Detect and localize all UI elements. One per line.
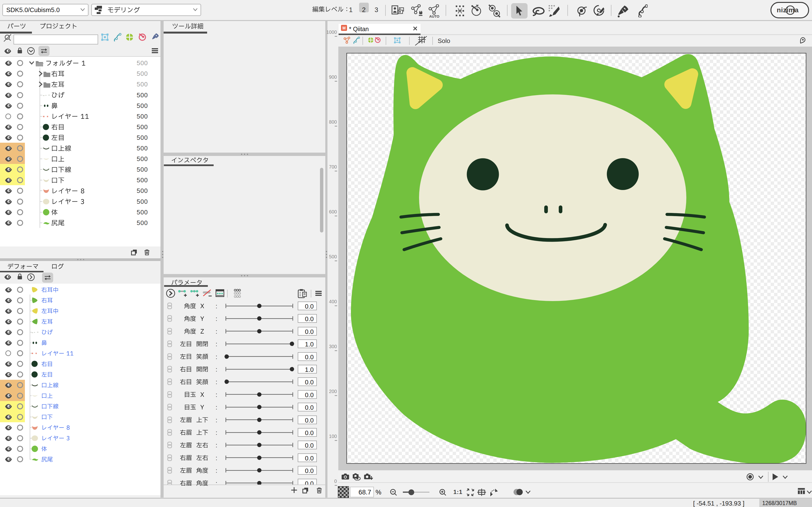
svg-text:AUTO: AUTO <box>429 14 440 18</box>
